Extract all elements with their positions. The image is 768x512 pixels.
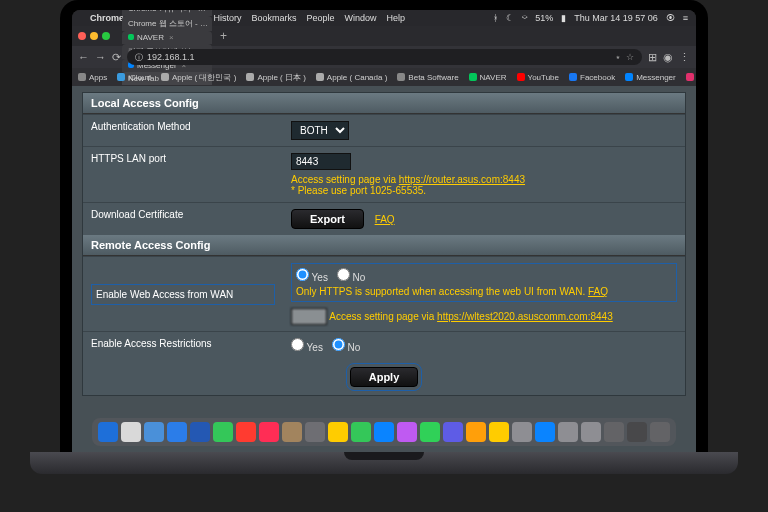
wan-url-prefix: Access setting page via bbox=[329, 311, 437, 322]
port-range-hint: * Please use port 1025-65535. bbox=[291, 185, 677, 196]
browser-tab[interactable]: Chrome 웹 스토어 - …× bbox=[122, 16, 212, 31]
dock-app-icon[interactable] bbox=[650, 422, 670, 442]
clock[interactable]: Thu Mar 14 19 57 06 bbox=[574, 13, 658, 23]
https-hint-text: Access setting page via bbox=[291, 174, 399, 185]
dock-app-icon[interactable] bbox=[374, 422, 394, 442]
bookmark-item[interactable]: Apple ( Canada ) bbox=[316, 72, 387, 83]
menu-extra-icon[interactable]: ≡ bbox=[683, 13, 688, 23]
wan-faq-link[interactable]: FAQ bbox=[588, 286, 608, 297]
wan-port-input[interactable] bbox=[291, 308, 327, 325]
dock-app-icon[interactable] bbox=[328, 422, 348, 442]
dock-app-icon[interactable] bbox=[558, 422, 578, 442]
back-button[interactable]: ← bbox=[78, 51, 89, 63]
download-cert-label: Download Certificate bbox=[83, 203, 283, 236]
dock-app-icon[interactable] bbox=[581, 422, 601, 442]
cert-faq-link[interactable]: FAQ bbox=[375, 214, 395, 225]
chrome-window: New Tab×Chrome 커뮤니티 - …×Chrome 웹 스토어 - …… bbox=[72, 26, 696, 86]
dock-app-icon[interactable] bbox=[466, 422, 486, 442]
https-port-input[interactable] bbox=[291, 153, 351, 170]
dock-app-icon[interactable] bbox=[167, 422, 187, 442]
address-bar[interactable]: ⓘ 192.168.1.1 ⭑ ☆ bbox=[127, 49, 642, 65]
dock-app-icon[interactable] bbox=[351, 422, 371, 442]
dock-app-icon[interactable] bbox=[489, 422, 509, 442]
wan-hint-text: Only HTTPS is supported when accessing t… bbox=[296, 286, 588, 297]
reload-button[interactable]: ⟳ bbox=[112, 51, 121, 64]
auth-method-select[interactable]: BOTH bbox=[291, 121, 349, 140]
tab-bar: New Tab×Chrome 커뮤니티 - …×Chrome 웹 스토어 - …… bbox=[72, 26, 696, 46]
dock-app-icon[interactable] bbox=[305, 422, 325, 442]
dock-app-icon[interactable] bbox=[443, 422, 463, 442]
dock-app-icon[interactable] bbox=[604, 422, 624, 442]
menu-window[interactable]: Window bbox=[344, 13, 376, 23]
remote-access-heading: Remote Access Config bbox=[83, 235, 685, 256]
laptop-chassis bbox=[30, 452, 738, 474]
close-tab-icon[interactable]: × bbox=[211, 10, 212, 13]
bookmark-item[interactable]: Apple ( 日本 ) bbox=[246, 72, 305, 83]
bookmark-item[interactable]: Facebook bbox=[569, 72, 615, 83]
https-lan-link[interactable]: https://router.asus.com:8443 bbox=[399, 174, 525, 185]
browser-toolbar: ← → ⟳ ⓘ 192.168.1.1 ⭑ ☆ ⊞ ◉ ⋮ bbox=[72, 46, 696, 68]
dock-app-icon[interactable] bbox=[236, 422, 256, 442]
dock-app-icon[interactable] bbox=[535, 422, 555, 442]
bookmark-item[interactable]: YouTube bbox=[517, 72, 559, 83]
menu-help[interactable]: Help bbox=[386, 13, 405, 23]
menu-people[interactable]: People bbox=[306, 13, 334, 23]
browser-tab[interactable]: Chrome 커뮤니티 - …× bbox=[122, 10, 212, 16]
export-cert-button[interactable]: Export bbox=[291, 209, 364, 229]
wifi-icon[interactable]: ⌔ bbox=[522, 13, 527, 23]
site-info-icon[interactable]: ⓘ bbox=[135, 52, 143, 63]
bookmark-item[interactable]: Beta Software bbox=[397, 72, 458, 83]
close-tab-icon[interactable]: × bbox=[169, 33, 174, 42]
dock-app-icon[interactable] bbox=[397, 422, 417, 442]
dock-app-icon[interactable] bbox=[259, 422, 279, 442]
forward-button[interactable]: → bbox=[95, 51, 106, 63]
chrome-menu-icon[interactable]: ⋮ bbox=[679, 51, 690, 64]
extensions-icon[interactable]: ⊞ bbox=[648, 51, 657, 64]
dock-app-icon[interactable] bbox=[282, 422, 302, 442]
dock-app-icon[interactable] bbox=[98, 422, 118, 442]
window-zoom-button[interactable] bbox=[102, 32, 110, 40]
wan-no-radio[interactable]: No bbox=[337, 272, 366, 283]
spotlight-icon[interactable]: ⦿ bbox=[666, 13, 675, 23]
menu-history[interactable]: History bbox=[213, 13, 241, 23]
wan-access-label: Enable Web Access from WAN bbox=[91, 284, 275, 305]
dock-app-icon[interactable] bbox=[190, 422, 210, 442]
window-close-button[interactable] bbox=[78, 32, 86, 40]
dnd-icon[interactable]: ☾ bbox=[506, 13, 514, 23]
wan-url-link[interactable]: https://wltest2020.asuscomm.com:8443 bbox=[437, 311, 613, 322]
auth-method-label: Authentication Method bbox=[83, 115, 283, 147]
active-app-name[interactable]: Chrome bbox=[90, 13, 124, 23]
restrict-no-radio[interactable]: No bbox=[332, 342, 361, 353]
dock-app-icon[interactable] bbox=[420, 422, 440, 442]
window-minimize-button[interactable] bbox=[90, 32, 98, 40]
url-text: 192.168.1.1 bbox=[147, 52, 195, 62]
router-admin-page: Local Access Config Authentication Metho… bbox=[72, 86, 696, 460]
menu-bookmarks[interactable]: Bookmarks bbox=[251, 13, 296, 23]
bookmark-item[interactable]: Instagram bbox=[686, 72, 696, 83]
bookmark-icon[interactable]: ☆ bbox=[626, 52, 634, 63]
bluetooth-icon[interactable]: ᚼ bbox=[493, 13, 498, 23]
dock-app-icon[interactable] bbox=[213, 422, 233, 442]
wan-yes-radio[interactable]: Yes bbox=[296, 272, 328, 283]
dock-app-icon[interactable] bbox=[121, 422, 141, 442]
battery-percent: 51% bbox=[535, 13, 553, 23]
dock-app-icon[interactable] bbox=[144, 422, 164, 442]
https-port-label: HTTPS LAN port bbox=[83, 147, 283, 203]
battery-icon: ▮ bbox=[561, 13, 566, 23]
bookmark-item[interactable]: Apple ( 대한민국 ) bbox=[161, 72, 236, 83]
translate-icon[interactable]: ⭑ bbox=[616, 52, 620, 63]
restrict-yes-radio[interactable]: Yes bbox=[291, 342, 323, 353]
bookmark-item[interactable]: Apps bbox=[78, 72, 107, 83]
macos-dock bbox=[92, 418, 676, 446]
profile-icon[interactable]: ◉ bbox=[663, 51, 673, 64]
apply-button[interactable]: Apply bbox=[350, 367, 419, 387]
browser-tab[interactable]: NAVER× bbox=[122, 31, 212, 44]
new-tab-button[interactable]: + bbox=[216, 29, 231, 43]
bookmark-item[interactable]: iCloud bbox=[117, 72, 151, 83]
bookmark-item[interactable]: Messenger bbox=[625, 72, 676, 83]
dock-app-icon[interactable] bbox=[512, 422, 532, 442]
bookmark-item[interactable]: NAVER bbox=[469, 72, 507, 83]
dock-app-icon[interactable] bbox=[627, 422, 647, 442]
access-restrict-label: Enable Access Restrictions bbox=[83, 332, 283, 360]
local-access-heading: Local Access Config bbox=[83, 93, 685, 114]
